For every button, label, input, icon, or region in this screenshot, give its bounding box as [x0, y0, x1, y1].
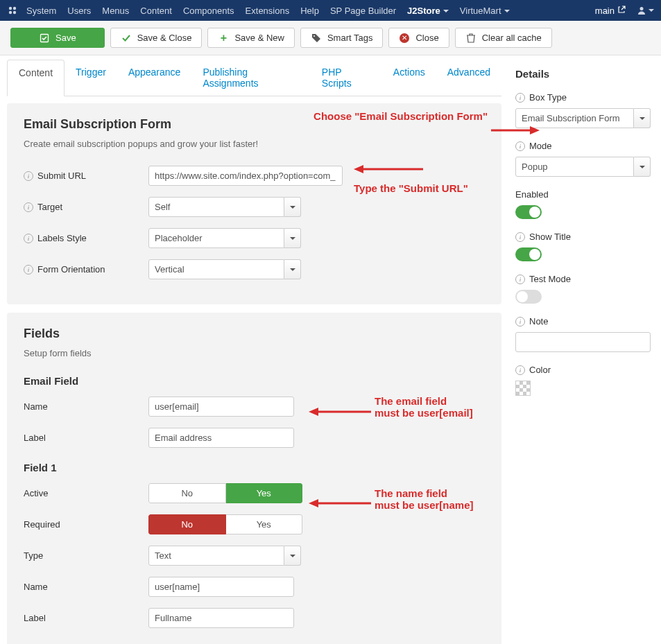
panel-title: Fields — [24, 327, 485, 341]
email-name-input[interactable] — [148, 397, 294, 417]
tab-actions[interactable]: Actions — [382, 60, 436, 96]
panel-title: Email Subscription Form — [24, 117, 485, 132]
info-icon: i — [515, 275, 525, 284]
svg-point-0 — [9, 7, 12, 10]
email-subscription-panel: Email Subscription Form Create email sub… — [7, 103, 501, 304]
info-icon: i — [24, 202, 33, 212]
top-menu-sp-page-builder[interactable]: SP Page Builder — [330, 6, 396, 16]
label-label: Label — [24, 613, 46, 623]
top-menu-virtuemart[interactable]: VirtueMart — [460, 6, 510, 16]
label-label: Label — [24, 433, 46, 443]
admin-top-bar: SystemUsersMenusContentComponentsExtensi… — [0, 0, 661, 21]
chevron-down-icon — [284, 197, 301, 217]
panel-description: Setup form fields — [24, 348, 485, 358]
toggle-no[interactable]: No — [148, 514, 226, 534]
tab-advanced[interactable]: Advanced — [436, 60, 501, 96]
tab-trigger[interactable]: Trigger — [65, 60, 117, 96]
tab-appearance[interactable]: Appearance — [117, 60, 192, 96]
toggle-yes[interactable]: Yes — [226, 483, 303, 503]
target-label: Target — [37, 202, 62, 212]
color-swatch[interactable] — [515, 381, 531, 396]
save-new-button[interactable]: + Save & New — [207, 28, 295, 48]
close-icon: ✕ — [399, 33, 410, 43]
tag-icon — [311, 33, 322, 43]
field-type-select[interactable]: Text — [148, 546, 301, 566]
save-button[interactable]: Save — [10, 28, 105, 48]
plus-icon: + — [218, 33, 229, 43]
field1-name-input[interactable] — [148, 577, 294, 597]
mode-label: Mode — [529, 141, 552, 151]
top-menu-help[interactable]: Help — [300, 6, 319, 16]
info-icon: i — [515, 365, 525, 375]
tab-php-scripts[interactable]: PHP Scripts — [311, 60, 382, 96]
external-link-icon — [617, 6, 626, 16]
svg-point-3 — [13, 11, 16, 14]
fields-panel: Fields Setup form fields Email Field Nam… — [7, 313, 501, 644]
show-title-toggle[interactable] — [515, 247, 542, 261]
field1-label-input[interactable] — [148, 608, 294, 628]
required-toggle[interactable]: No Yes — [148, 514, 302, 534]
mode-select[interactable]: Popup — [515, 157, 651, 177]
top-menu-j2store[interactable]: J2Store — [407, 6, 449, 16]
box-type-label: Box Type — [529, 92, 567, 103]
top-menu-menus[interactable]: Menus — [102, 6, 129, 16]
clear-cache-button[interactable]: Clear all cache — [455, 28, 552, 48]
top-menu-components[interactable]: Components — [183, 6, 234, 16]
site-name-link[interactable]: main — [595, 6, 626, 16]
note-input[interactable] — [515, 332, 651, 352]
apply-icon — [39, 33, 50, 43]
toggle-no[interactable]: No — [148, 483, 226, 503]
orientation-label: Form Orientation — [37, 264, 105, 275]
toggle-yes[interactable]: Yes — [226, 514, 303, 534]
box-type-select[interactable]: Email Subscription Form — [515, 108, 651, 128]
required-label: Required — [24, 519, 60, 530]
details-title: Details — [515, 68, 654, 80]
user-menu[interactable] — [637, 6, 654, 15]
save-close-button[interactable]: Save & Close — [110, 28, 203, 48]
note-label: Note — [529, 316, 548, 327]
info-icon: i — [24, 265, 33, 275]
action-toolbar: Save Save & Close + Save & New Smart Tag… — [0, 21, 661, 55]
tab-content[interactable]: Content — [7, 60, 65, 96]
target-select[interactable]: Self — [148, 197, 301, 217]
active-toggle[interactable]: No Yes — [148, 483, 302, 503]
chevron-down-icon — [284, 259, 301, 279]
color-label: Color — [529, 365, 551, 375]
type-label: Type — [24, 550, 43, 561]
top-menu-extensions[interactable]: Extensions — [246, 6, 290, 16]
top-menu-users[interactable]: Users — [67, 6, 91, 16]
smart-tags-button[interactable]: Smart Tags — [300, 28, 384, 48]
chevron-down-icon — [634, 157, 651, 177]
show-title-label: Show Title — [529, 232, 571, 242]
enabled-toggle[interactable] — [515, 205, 542, 219]
info-icon: i — [24, 234, 33, 243]
tab-publishing-assignments[interactable]: Publishing Assignments — [191, 60, 310, 96]
email-field-heading: Email Field — [24, 375, 485, 387]
test-mode-toggle[interactable] — [515, 290, 542, 304]
panel-description: Create email subscription popups and gro… — [24, 139, 485, 149]
test-mode-label: Test Mode — [529, 274, 571, 284]
labels-style-select[interactable]: Placeholder — [148, 228, 301, 248]
svg-point-4 — [640, 7, 644, 10]
details-sidebar: Details iBox Type Email Subscription For… — [515, 60, 654, 408]
name-label: Name — [24, 401, 48, 412]
check-icon — [121, 33, 132, 43]
field1-heading: Field 1 — [24, 462, 485, 473]
chevron-down-icon — [634, 108, 651, 128]
enabled-label: Enabled — [515, 189, 549, 200]
top-menu-content[interactable]: Content — [140, 6, 172, 16]
info-icon: i — [515, 93, 525, 103]
orientation-select[interactable]: Vertical — [148, 259, 301, 279]
top-menu-system[interactable]: System — [26, 6, 56, 16]
info-icon: i — [515, 141, 525, 151]
content-tabs: ContentTriggerAppearancePublishing Assig… — [7, 60, 501, 96]
info-icon: i — [515, 317, 525, 327]
chevron-down-icon — [284, 228, 301, 248]
submit-url-input[interactable] — [148, 166, 343, 186]
trash-icon — [465, 33, 477, 43]
email-label-input[interactable] — [148, 428, 294, 448]
close-button[interactable]: ✕ Close — [388, 28, 449, 48]
info-icon: i — [24, 171, 33, 181]
joomla-icon — [7, 5, 18, 16]
active-label: Active — [24, 488, 48, 498]
